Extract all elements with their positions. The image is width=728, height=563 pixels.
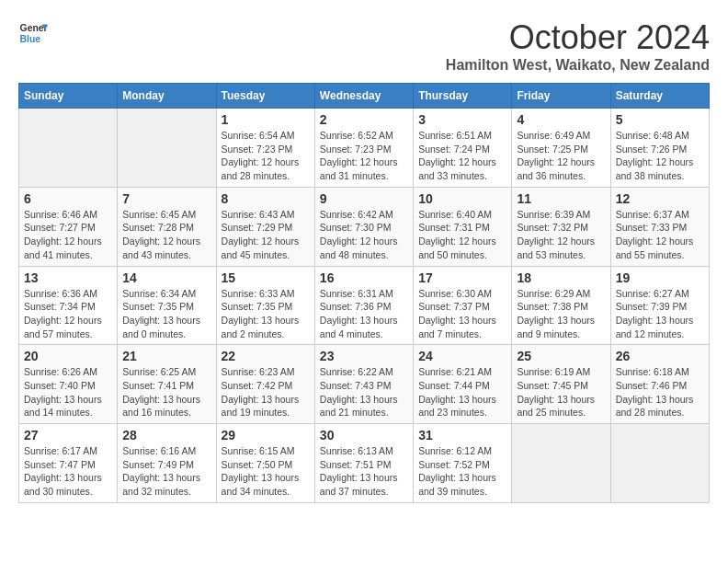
day-number: 14 [122,270,210,285]
calendar-cell: 5Sunrise: 6:48 AMSunset: 7:26 PMDaylight… [610,109,709,188]
day-number: 31 [418,428,506,442]
day-info: Sunrise: 6:18 AMSunset: 7:46 PMDaylight:… [616,365,704,419]
day-info: Sunrise: 6:29 AMSunset: 7:38 PMDaylight:… [517,287,605,341]
day-info: Sunrise: 6:26 AMSunset: 7:40 PMDaylight:… [24,365,112,419]
weekday-header: Friday [512,84,610,109]
day-number: 25 [517,349,605,363]
day-number: 9 [320,191,408,206]
day-number: 26 [616,349,704,363]
calendar-cell: 10Sunrise: 6:40 AMSunset: 7:31 PMDayligh… [414,187,512,266]
calendar-cell: 17Sunrise: 6:30 AMSunset: 7:37 PMDayligh… [414,266,512,345]
calendar-cell: 12Sunrise: 6:37 AMSunset: 7:33 PMDayligh… [610,187,709,266]
day-number: 12 [616,191,704,206]
calendar-cell: 4Sunrise: 6:49 AMSunset: 7:25 PMDaylight… [512,109,610,188]
day-info: Sunrise: 6:23 AMSunset: 7:42 PMDaylight:… [222,365,310,419]
title-section: October 2024 Hamilton West, Waikato, New… [446,18,710,74]
calendar-cell: 15Sunrise: 6:33 AMSunset: 7:35 PMDayligh… [216,266,314,345]
day-info: Sunrise: 6:22 AMSunset: 7:43 PMDaylight:… [320,365,408,419]
day-number: 23 [320,349,408,363]
day-info: Sunrise: 6:25 AMSunset: 7:41 PMDaylight:… [122,365,210,419]
day-info: Sunrise: 6:37 AMSunset: 7:33 PMDaylight:… [616,208,704,262]
day-info: Sunrise: 6:39 AMSunset: 7:32 PMDaylight:… [517,208,605,262]
calendar-cell: 16Sunrise: 6:31 AMSunset: 7:36 PMDayligh… [314,266,413,345]
calendar-body: 1Sunrise: 6:54 AMSunset: 7:23 PMDaylight… [19,109,710,503]
calendar-header-row: SundayMondayTuesdayWednesdayThursdayFrid… [19,84,710,109]
location: Hamilton West, Waikato, New Zealand [446,57,710,74]
day-number: 3 [418,112,506,127]
day-number: 29 [222,428,310,442]
weekday-header: Monday [118,84,216,109]
calendar-table: SundayMondayTuesdayWednesdayThursdayFrid… [18,83,710,503]
calendar-week-row: 13Sunrise: 6:36 AMSunset: 7:34 PMDayligh… [19,266,710,345]
calendar-cell [610,424,709,503]
calendar-cell: 22Sunrise: 6:23 AMSunset: 7:42 PMDayligh… [216,345,314,424]
calendar-cell: 31Sunrise: 6:12 AMSunset: 7:52 PMDayligh… [414,424,512,503]
calendar-week-row: 1Sunrise: 6:54 AMSunset: 7:23 PMDaylight… [19,109,710,188]
weekday-header: Saturday [610,84,709,109]
day-info: Sunrise: 6:17 AMSunset: 7:47 PMDaylight:… [24,444,112,499]
calendar-cell [512,424,610,503]
day-number: 13 [24,270,112,285]
weekday-header: Thursday [414,84,512,109]
day-number: 24 [418,349,506,363]
day-number: 11 [517,191,605,206]
calendar-cell: 28Sunrise: 6:16 AMSunset: 7:49 PMDayligh… [118,424,216,503]
calendar-cell: 1Sunrise: 6:54 AMSunset: 7:23 PMDaylight… [216,109,314,188]
logo-icon: General Blue [18,18,48,48]
calendar-cell: 18Sunrise: 6:29 AMSunset: 7:38 PMDayligh… [512,266,610,345]
day-number: 15 [222,270,310,285]
weekday-header: Wednesday [314,84,413,109]
day-number: 20 [24,349,112,363]
day-number: 22 [222,349,310,363]
day-number: 4 [517,112,605,127]
calendar-cell: 25Sunrise: 6:19 AMSunset: 7:45 PMDayligh… [512,345,610,424]
calendar-cell: 2Sunrise: 6:52 AMSunset: 7:23 PMDaylight… [314,109,413,188]
day-info: Sunrise: 6:49 AMSunset: 7:25 PMDaylight:… [517,129,605,183]
day-number: 28 [122,428,210,442]
calendar-cell: 11Sunrise: 6:39 AMSunset: 7:32 PMDayligh… [512,187,610,266]
calendar-cell: 29Sunrise: 6:15 AMSunset: 7:50 PMDayligh… [216,424,314,503]
day-info: Sunrise: 6:36 AMSunset: 7:34 PMDaylight:… [24,287,112,341]
day-number: 18 [517,270,605,285]
day-info: Sunrise: 6:46 AMSunset: 7:27 PMDaylight:… [24,208,112,262]
calendar-cell [118,109,216,188]
day-number: 6 [24,191,112,206]
day-info: Sunrise: 6:31 AMSunset: 7:36 PMDaylight:… [320,287,408,341]
calendar-cell: 7Sunrise: 6:45 AMSunset: 7:28 PMDaylight… [118,187,216,266]
day-number: 21 [122,349,210,363]
calendar-cell: 6Sunrise: 6:46 AMSunset: 7:27 PMDaylight… [19,187,118,266]
page-header: General Blue October 2024 Hamilton West,… [18,18,710,74]
calendar-week-row: 6Sunrise: 6:46 AMSunset: 7:27 PMDaylight… [19,187,710,266]
day-number: 17 [418,270,506,285]
weekday-header: Tuesday [216,84,314,109]
calendar-cell: 23Sunrise: 6:22 AMSunset: 7:43 PMDayligh… [314,345,413,424]
calendar-cell: 20Sunrise: 6:26 AMSunset: 7:40 PMDayligh… [19,345,118,424]
day-info: Sunrise: 6:21 AMSunset: 7:44 PMDaylight:… [418,365,506,419]
calendar-cell: 3Sunrise: 6:51 AMSunset: 7:24 PMDaylight… [414,109,512,188]
day-info: Sunrise: 6:33 AMSunset: 7:35 PMDaylight:… [222,287,310,341]
calendar-cell: 9Sunrise: 6:42 AMSunset: 7:30 PMDaylight… [314,187,413,266]
day-number: 27 [24,428,112,442]
day-info: Sunrise: 6:52 AMSunset: 7:23 PMDaylight:… [320,129,408,183]
calendar-cell [19,109,118,188]
calendar-week-row: 20Sunrise: 6:26 AMSunset: 7:40 PMDayligh… [19,345,710,424]
weekday-header: Sunday [19,84,118,109]
calendar-cell: 27Sunrise: 6:17 AMSunset: 7:47 PMDayligh… [19,424,118,503]
calendar-cell: 8Sunrise: 6:43 AMSunset: 7:29 PMDaylight… [216,187,314,266]
day-number: 7 [122,191,210,206]
day-number: 8 [222,191,310,206]
calendar-cell: 21Sunrise: 6:25 AMSunset: 7:41 PMDayligh… [118,345,216,424]
day-info: Sunrise: 6:13 AMSunset: 7:51 PMDaylight:… [320,444,408,499]
calendar-cell: 13Sunrise: 6:36 AMSunset: 7:34 PMDayligh… [19,266,118,345]
day-info: Sunrise: 6:43 AMSunset: 7:29 PMDaylight:… [222,208,310,262]
calendar-cell: 14Sunrise: 6:34 AMSunset: 7:35 PMDayligh… [118,266,216,345]
day-number: 5 [616,112,704,127]
day-number: 1 [222,112,310,127]
day-info: Sunrise: 6:54 AMSunset: 7:23 PMDaylight:… [222,129,310,183]
svg-text:Blue: Blue [20,34,41,44]
calendar-week-row: 27Sunrise: 6:17 AMSunset: 7:47 PMDayligh… [19,424,710,503]
calendar-cell: 26Sunrise: 6:18 AMSunset: 7:46 PMDayligh… [610,345,709,424]
day-info: Sunrise: 6:16 AMSunset: 7:49 PMDaylight:… [122,444,210,499]
logo: General Blue [18,18,48,48]
day-info: Sunrise: 6:51 AMSunset: 7:24 PMDaylight:… [418,129,506,183]
